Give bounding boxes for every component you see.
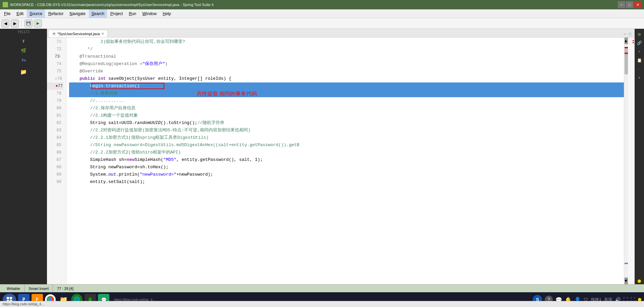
scroll-down-arrow[interactable]: ▼ (625, 278, 628, 284)
line-num-74: 74 (47, 60, 63, 68)
code-line-71: 2)假如事务控制代码让你写,你会写到哪里? (69, 38, 624, 46)
sidebar-icon-java[interactable]: Ju (18, 55, 29, 65)
code-line-79: //........... (69, 97, 624, 105)
code-line-77: begin transaction() (69, 82, 624, 90)
menu-help[interactable]: Help (160, 9, 174, 18)
right-icon-link[interactable]: 🔗 (635, 39, 643, 47)
menu-source[interactable]: Source (27, 9, 45, 18)
window-controls[interactable]: ─ □ ✕ (618, 1, 641, 8)
menu-window[interactable]: Window (140, 9, 159, 18)
line-num-73: 73◦ (47, 53, 63, 60)
tab-maximize-icon[interactable]: □ (628, 31, 632, 37)
line-numbers: 71 72 73◦ 74 75 ◇76 ■77 78 79 80 81 82 (47, 38, 66, 284)
title-bar-left: WORKSPACE - CGB-DB-SYS-V3.01/src/main/ja… (3, 2, 214, 7)
scroll-up-arrow[interactable]: ▲ (625, 38, 628, 44)
tab-bar: ☕ *SysUserServiceImpl.java ✕ ─ □ (47, 29, 635, 38)
line-num-77: ■77 (47, 82, 63, 90)
toolbar-run[interactable]: ▶ (34, 19, 42, 27)
scroll-marker-3 (625, 263, 628, 264)
app-icon (3, 2, 8, 7)
code-line-86: //2.2.2加密方式2(借助shiro框架中的API) (69, 149, 624, 156)
status-bar: Writable Smart Insert 77 : 29 [4] (0, 284, 644, 292)
line-num-79: 79 (47, 97, 63, 105)
status-writable: Writable (3, 285, 24, 292)
minimap-mark-2 (633, 42, 634, 43)
line-num-87: 87 (47, 156, 63, 164)
code-editor[interactable]: 71 72 73◦ 74 75 ◇76 ■77 78 79 80 81 82 (47, 38, 635, 284)
menu-edit[interactable]: Edit (14, 9, 26, 18)
line-num-82: 82 (47, 119, 63, 127)
tab-minimize-icon[interactable]: ─ (623, 31, 627, 37)
right-icon-red[interactable]: ● (635, 65, 643, 73)
scroll-marker-2 (625, 53, 628, 54)
menu-refactor[interactable]: Refactor (46, 9, 66, 18)
line-num-83: 83 (47, 127, 63, 134)
code-line-75: @Override (69, 68, 624, 75)
maximize-button[interactable]: □ (626, 1, 633, 8)
sidebar-icon-branch[interactable]: 🌿 (18, 46, 29, 55)
toolbar-back[interactable]: ◀ (1, 19, 9, 27)
status-dot (638, 280, 641, 283)
minimap-mark-1 (633, 40, 634, 41)
menu-navigate[interactable]: Navigate (67, 9, 88, 18)
scroll-thumb[interactable] (625, 48, 628, 74)
line-num-75: 75 (47, 68, 63, 75)
right-icon-clip[interactable]: 📋 (635, 56, 643, 64)
minimize-button[interactable]: ─ (618, 1, 625, 8)
url-bar: https://blog.csdn.net/qq_4... (0, 301, 644, 307)
code-lines-area[interactable]: 2)假如事务控制代码让你写,你会写到哪里? */ @Transactional … (66, 38, 624, 284)
right-icon-settings[interactable]: ⚙ (635, 30, 643, 38)
url-text: https://blog.csdn.net/qq_4... (3, 302, 44, 306)
code-line-85: //String newPassword=DigestUtils.md5Dige… (69, 141, 624, 149)
menu-file[interactable]: File (1, 9, 13, 18)
right-icon-blue[interactable]: ● (635, 74, 643, 82)
right-icon-bolt[interactable]: ⚡ (635, 48, 643, 56)
line-num-72: 72 (47, 46, 63, 53)
code-line-88: String newPassword=sh.toHex(); (69, 164, 624, 171)
menu-project[interactable]: Project (108, 9, 125, 18)
line-num-90: 90 (47, 178, 63, 186)
h-scroll-left[interactable]: ◀ (47, 283, 50, 285)
code-line-72: */ (69, 46, 624, 53)
tab-bar-actions: ─ □ (623, 31, 633, 37)
vertical-scrollbar[interactable]: ▲ ▼ (624, 38, 628, 284)
code-line-80: //2.保存用户自身信息 (69, 105, 624, 112)
status-position: 77 : 29 [4] (53, 285, 77, 292)
line-num-76: ◇76 (47, 75, 63, 82)
code-line-84: //2.2.1加密方式1(借助spring框架工具类DigestUtils) (69, 134, 624, 141)
line-num-86: 86 (47, 149, 63, 156)
close-button[interactable]: ✕ (634, 1, 641, 8)
code-line-90: entity.setSalt(salt); (69, 178, 624, 186)
line-num-80: 80 (47, 105, 63, 112)
menu-run[interactable]: Run (126, 9, 139, 18)
code-line-74: @RequiredLog(operation = "保存用户") (69, 60, 624, 68)
code-line-76: public int saveObject(SysUser entity, In… (69, 75, 624, 82)
menu-search[interactable]: Search (89, 9, 107, 18)
line-num-78: 78 (47, 90, 63, 97)
tab-close-button[interactable]: ✕ (101, 32, 104, 36)
minimap (628, 38, 635, 284)
svg-rect-0 (7, 297, 9, 299)
code-line-82: String salt=UUID.randomUUID().toString()… (69, 119, 624, 127)
tab-title: *SysUserServiceImpl.java (57, 32, 100, 36)
toolbar-forward[interactable]: ▶ (11, 19, 19, 27)
editor-area: ☕ *SysUserServiceImpl.java ✕ ─ □ 71 72 7… (47, 29, 635, 284)
line-num-88: 88 (47, 164, 63, 171)
code-line-78: //1.参数校验 共性提取 相同的事务代码 (69, 90, 624, 97)
overlay-annotation: 共性提取 相同的事务代码 (197, 90, 257, 98)
window-title: WORKSPACE - CGB-DB-SYS-V3.01/src/main/ja… (10, 3, 214, 7)
line-counter-display: 791173 (17, 30, 30, 34)
line-num-84: 84 (47, 134, 63, 141)
status-smart-insert: Smart Insert (24, 285, 53, 292)
line-num-85: 85 (47, 141, 63, 149)
svg-rect-1 (10, 297, 12, 299)
scroll-marker-1 (625, 47, 628, 48)
line-num-71: 71 (47, 38, 63, 46)
sidebar-icon-text[interactable]: T (18, 37, 29, 46)
code-line-81: //2.1构建一个盐值对象 (69, 112, 624, 119)
sidebar-icon-folder[interactable]: 📁 (18, 67, 29, 77)
editor-tab-active[interactable]: ☕ *SysUserServiceImpl.java ✕ (48, 30, 108, 37)
code-line-87: SimpleHash sh=new SimpleHash("MD5", enti… (69, 156, 624, 164)
toolbar-save[interactable]: 💾 (24, 19, 33, 27)
line-num-89: 89 (47, 171, 63, 178)
